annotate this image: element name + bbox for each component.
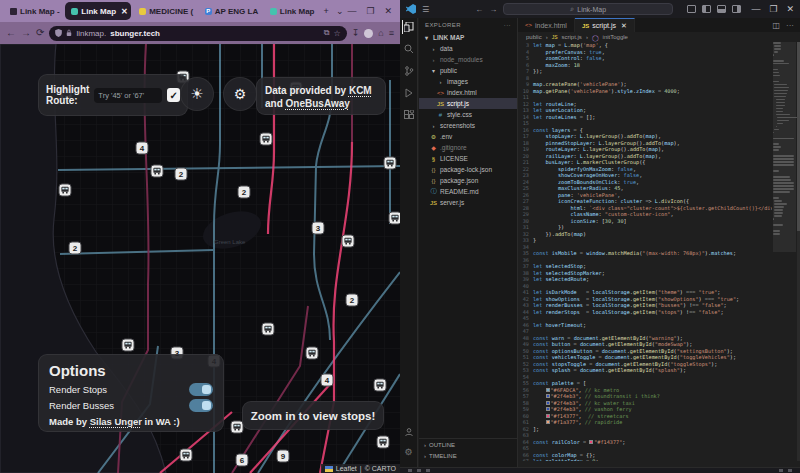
explorer-item-node-modules[interactable]: ›node_modules [419, 54, 517, 65]
command-search-box[interactable]: ⌕ Link-Map [503, 3, 673, 15]
editor-tab-script-js[interactable]: JS script.js ✕ [575, 18, 635, 32]
back-button[interactable]: ← [6, 28, 16, 38]
tab-list-button[interactable]: ⌄ [334, 6, 345, 16]
history-forward-icon[interactable]: → [489, 5, 497, 14]
account-icon[interactable] [364, 29, 373, 38]
minimap[interactable] [773, 42, 796, 461]
cluster-marker[interactable]: 6 [236, 454, 249, 467]
history-back-icon[interactable]: ← [475, 5, 483, 14]
explorer-item-images[interactable]: ›images [419, 76, 517, 87]
bus-stop-marker[interactable] [122, 339, 135, 352]
explorer-item-style-css[interactable]: #style.css [419, 109, 517, 120]
leaflet-link[interactable]: Leaflet [336, 465, 357, 472]
explorer-item-package-json[interactable]: {}package.json [419, 175, 517, 186]
toggle-sidebar-icon[interactable] [702, 5, 711, 13]
carto-link[interactable]: © CARTO [365, 465, 396, 472]
bus-stop-marker[interactable] [260, 133, 273, 146]
reload-button[interactable]: ⟳ [36, 28, 44, 38]
cluster-marker[interactable]: 4 [321, 374, 334, 387]
bus-stop-marker[interactable] [342, 235, 355, 248]
outline-section[interactable]: ›OUTLINE [419, 439, 517, 450]
window-close-button[interactable]: ✕ [384, 6, 392, 16]
vscode-maximize-button[interactable]: ❐ [769, 4, 777, 14]
new-tab-button[interactable]: + [320, 6, 331, 16]
editor-tab-index-html[interactable]: <> index.html [518, 18, 575, 32]
source-control-activity-icon[interactable] [402, 64, 416, 78]
kcm-link[interactable]: KCM [349, 85, 372, 96]
breadcrumb-folder[interactable]: public [526, 34, 542, 40]
vscode-close-button[interactable]: ✕ [786, 4, 794, 14]
browser-tab-4[interactable]: P AP ENG LA [199, 2, 262, 20]
timeline-section[interactable]: ›TIMELINE [419, 450, 517, 461]
cluster-marker[interactable]: 4 [136, 142, 149, 155]
theme-toggle-button[interactable]: ☀ [180, 77, 214, 111]
explorer-item-script-js[interactable]: JSscript.js [419, 98, 517, 109]
explorer-item-package-lock-json[interactable]: {}package-lock.json [419, 164, 517, 175]
settings-button[interactable]: ⚙ [223, 77, 257, 111]
vscode-menu-icon[interactable]: ☰ [422, 5, 429, 14]
author-link[interactable]: Silas Unger [90, 416, 142, 427]
account-activity-icon[interactable] [402, 425, 416, 439]
status-item[interactable] [408, 469, 412, 472]
cluster-marker[interactable]: 3 [312, 222, 325, 235]
explorer-item-data[interactable]: ›data [419, 43, 517, 54]
forward-button[interactable]: → [21, 28, 31, 38]
bus-stop-marker[interactable] [306, 347, 319, 360]
status-item[interactable] [417, 469, 421, 472]
search-activity-icon[interactable] [402, 42, 416, 56]
tab-close-icon[interactable]: ✕ [121, 7, 128, 16]
run-debug-activity-icon[interactable] [402, 86, 416, 100]
bus-stop-marker[interactable] [377, 436, 390, 449]
onebusaway-link[interactable]: OneBusAway [286, 98, 350, 109]
browser-tab-5[interactable]: Link Map [264, 2, 319, 20]
transit-map[interactable]: Green Lake 42232234469 Highlight Route: … [0, 44, 400, 473]
browser-tab-1[interactable]: Link Map - [4, 2, 63, 20]
bookmark-star-icon[interactable]: ☆ [334, 29, 341, 38]
explorer-item-server-js[interactable]: JSserver.js [419, 197, 517, 208]
bus-stop-marker[interactable] [374, 379, 387, 392]
explorer-item--gitignore[interactable]: ◆.gitignore [419, 142, 517, 153]
cluster-marker[interactable]: 2 [238, 186, 251, 199]
settings-gear-icon[interactable]: ⚙ [402, 445, 416, 459]
code-editor[interactable]: 3let map = L.map('map', {4 preferCanvas:… [518, 42, 772, 461]
save-page-icon[interactable]: ⧉ [324, 28, 330, 38]
status-item[interactable] [788, 469, 792, 472]
explorer-item-link-map[interactable]: ▾LINK MAP [419, 32, 517, 43]
bus-stop-marker[interactable] [151, 165, 164, 178]
url-bar[interactable]: linkmap.sbunger.tech ⧉ ☆ [49, 26, 346, 41]
explorer-item-index-html[interactable]: <>index.html [419, 87, 517, 98]
bus-stop-marker[interactable] [180, 449, 193, 462]
toggle-secondary-sidebar-icon[interactable] [732, 5, 741, 13]
browser-tab-3[interactable]: MEDICINE ( [133, 2, 197, 20]
cluster-marker[interactable]: 2 [175, 168, 188, 181]
explorer-item-readme-md[interactable]: ⓘREADME.md [419, 186, 517, 197]
cluster-marker[interactable]: 2 [69, 242, 82, 255]
bus-stop-marker[interactable] [389, 212, 401, 225]
render-busses-toggle[interactable] [189, 399, 213, 412]
tab-close-icon[interactable]: ✕ [621, 22, 627, 30]
explorer-item-screenshots[interactable]: ›screenshots [419, 120, 517, 131]
extensions-activity-icon[interactable] [402, 108, 416, 122]
explorer-activity-icon[interactable] [402, 20, 416, 34]
vscode-minimize-button[interactable]: — [751, 4, 760, 14]
breadcrumb-symbol[interactable]: initToggle [603, 34, 628, 40]
cluster-marker[interactable]: 2 [346, 294, 359, 307]
cluster-marker[interactable]: 9 [277, 450, 290, 463]
toggle-panel-icon[interactable] [717, 5, 726, 13]
explorer-item-public[interactable]: ▾public [419, 65, 517, 76]
split-editor-icon[interactable]: ◫ [772, 21, 780, 30]
shield-icon[interactable] [55, 29, 62, 37]
home-icon[interactable]: ⌂ [378, 28, 383, 38]
route-input[interactable] [94, 88, 162, 103]
render-stops-toggle[interactable] [189, 383, 213, 396]
explorer-item--env[interactable]: ⚙.env [419, 131, 517, 142]
downloads-icon[interactable]: ↧ [352, 28, 360, 38]
explorer-item-license[interactable]: §LICENSE [419, 153, 517, 164]
status-item[interactable] [426, 469, 430, 472]
window-maximize-button[interactable]: ❐ [366, 6, 374, 16]
bus-stop-marker[interactable] [384, 157, 397, 170]
status-item[interactable] [779, 469, 783, 472]
menu-icon[interactable]: ≡ [389, 28, 394, 38]
explorer-more-actions-icon[interactable]: ··· [504, 22, 511, 28]
route-submit-button[interactable]: ✓ [167, 88, 180, 102]
